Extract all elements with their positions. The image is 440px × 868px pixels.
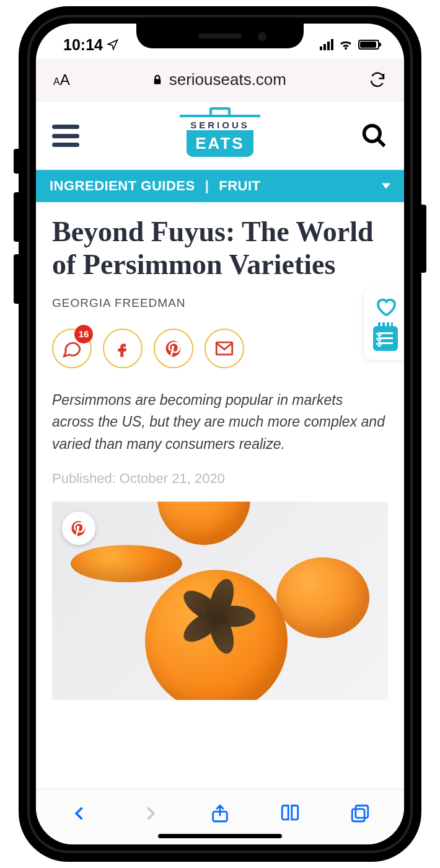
forward-button[interactable] — [136, 800, 164, 827]
checklist-button[interactable] — [373, 326, 398, 351]
article: Beyond Fuyus: The World of Persimmon Var… — [36, 202, 404, 714]
breadcrumb-child: FRUIT — [219, 178, 260, 194]
browser-url-bar[interactable]: AA seriouseats.com — [36, 58, 404, 102]
lock-icon — [152, 73, 163, 87]
breadcrumb[interactable]: INGREDIENT GUIDES | FRUIT — [36, 170, 404, 202]
text-size-button[interactable]: AA — [53, 71, 70, 89]
comment-count-badge: 16 — [74, 325, 93, 343]
svg-rect-5 — [353, 808, 365, 821]
reload-icon[interactable] — [368, 71, 387, 89]
site-header: SERIOUS EATS — [36, 102, 404, 170]
home-indicator[interactable] — [158, 834, 282, 838]
back-button[interactable] — [66, 800, 94, 827]
status-time: 10:14 — [63, 36, 103, 54]
url-domain: seriouseats.com — [169, 70, 286, 89]
share-row: 16 — [52, 329, 388, 368]
email-share-button[interactable] — [205, 329, 244, 368]
share-button[interactable] — [206, 800, 234, 827]
wifi-icon — [338, 37, 353, 52]
comments-button[interactable]: 16 — [52, 329, 92, 368]
article-title: Beyond Fuyus: The World of Persimmon Var… — [52, 216, 388, 281]
article-dek: Persimmons are becoming popular in marke… — [52, 389, 388, 456]
bookmarks-button[interactable] — [276, 800, 304, 827]
cellular-icon — [320, 39, 333, 50]
logo-text-top: SERIOUS — [190, 120, 250, 130]
breadcrumb-parent: INGREDIENT GUIDES — [50, 178, 195, 194]
menu-button[interactable] — [52, 125, 79, 147]
tabs-button[interactable] — [346, 800, 374, 827]
publish-date: Published: October 21, 2020 — [52, 471, 388, 487]
phone-frame: 10:14 AA seriouseats.com SERIOUS — [19, 6, 421, 862]
pinterest-share-button[interactable] — [154, 329, 193, 368]
svg-point-0 — [364, 126, 381, 142]
article-author[interactable]: GEORGIA FREEDMAN — [52, 296, 388, 310]
notch — [136, 24, 304, 48]
screen: 10:14 AA seriouseats.com SERIOUS — [36, 24, 404, 844]
svg-line-1 — [378, 140, 385, 146]
chevron-down-icon — [382, 184, 390, 189]
site-logo[interactable]: SERIOUS EATS — [180, 115, 260, 157]
battery-icon — [358, 40, 379, 50]
favorite-button[interactable] — [373, 295, 398, 317]
breadcrumb-separator: | — [205, 178, 209, 194]
svg-rect-4 — [356, 805, 368, 818]
pinterest-pin-button[interactable] — [62, 512, 95, 545]
hero-image — [52, 502, 388, 700]
logo-text-bottom: EATS — [187, 130, 253, 157]
floating-actions — [364, 289, 404, 360]
location-icon — [107, 38, 119, 51]
search-icon[interactable] — [361, 122, 388, 149]
browser-toolbar — [36, 789, 404, 844]
facebook-share-button[interactable] — [103, 329, 143, 368]
